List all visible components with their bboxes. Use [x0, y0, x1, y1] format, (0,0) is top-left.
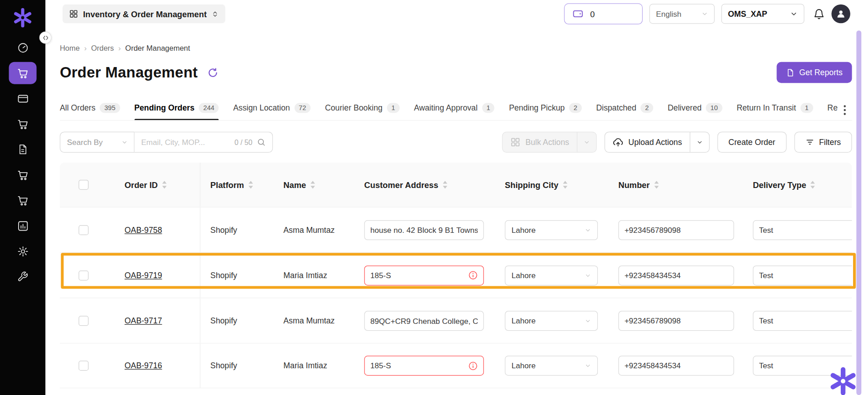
tab[interactable]: Pending Pickup 2	[509, 100, 582, 120]
language-value: English	[656, 10, 681, 19]
breadcrumb-home[interactable]: Home	[60, 44, 80, 53]
tab[interactable]: Return In Transit 1	[737, 100, 813, 120]
create-order-button[interactable]: Create Order	[718, 132, 786, 153]
tab[interactable]: Assign Location 72	[233, 100, 311, 120]
customer-address-input[interactable]	[370, 361, 465, 371]
chevron-down-icon	[585, 317, 592, 324]
delivery-type-input[interactable]	[753, 265, 852, 285]
row-checkbox[interactable]	[78, 316, 88, 326]
sort-icon[interactable]	[442, 181, 447, 188]
scrollbar-thumb[interactable]	[856, 30, 861, 395]
bulk-actions-button: Bulk Actions	[502, 132, 597, 153]
delivery-type-input[interactable]	[753, 311, 852, 331]
header-delivery-type[interactable]: Delivery Type	[743, 163, 852, 207]
bulk-actions-main[interactable]: Bulk Actions	[503, 132, 577, 152]
tab[interactable]: Delivered 10	[668, 100, 722, 120]
search-input[interactable]	[141, 138, 230, 147]
tab-count-badge: 2	[569, 103, 582, 113]
notifications-button[interactable]	[813, 8, 825, 20]
analytics-chart-icon	[17, 220, 29, 231]
customer-address-input[interactable]	[370, 226, 478, 235]
sort-icon[interactable]	[562, 181, 567, 188]
tab[interactable]: All Orders 395	[60, 100, 120, 120]
upload-actions-caret[interactable]	[690, 132, 709, 152]
shipping-city-select[interactable]: Lahore	[505, 265, 598, 285]
number-input[interactable]	[618, 356, 734, 376]
delivery-type-cell	[743, 253, 852, 298]
wallet-widget[interactable]: 0	[564, 3, 643, 24]
breadcrumb-orders[interactable]: Orders	[91, 44, 114, 53]
header-name[interactable]: Name	[273, 163, 354, 207]
sidebar-item-purchases[interactable]	[9, 113, 37, 135]
row-checkbox[interactable]	[78, 270, 88, 280]
tabs-overflow-button[interactable]	[838, 100, 852, 120]
sidebar-item-settings[interactable]	[9, 240, 37, 262]
tenant-select[interactable]: OMS_XAP	[721, 4, 804, 24]
header-number[interactable]: Number	[608, 163, 743, 207]
customer-address-cell	[354, 253, 495, 298]
sidebar-item-tools[interactable]	[9, 265, 37, 288]
order-id-link[interactable]: OAB-9758	[125, 226, 162, 235]
refresh-button[interactable]	[208, 67, 218, 77]
sidebar-item-shipments[interactable]	[9, 189, 37, 212]
app-switcher-label: Inventory & Order Management	[83, 9, 207, 19]
row-select-cell	[60, 298, 115, 343]
header-platform[interactable]: Platform	[200, 163, 273, 207]
sidebar-item-payments[interactable]	[9, 87, 37, 110]
name-cell: Maria Imtiaz	[273, 343, 354, 388]
sidebar-item-analytics[interactable]	[9, 215, 37, 237]
number-input[interactable]	[618, 311, 734, 331]
collapse-horizontal-icon	[42, 34, 48, 40]
tabs: All Orders 395 Pending Orders 244 Assign…	[60, 100, 838, 120]
search-by-select[interactable]: Search By	[60, 132, 135, 153]
sort-icon[interactable]	[310, 181, 315, 188]
order-id-link[interactable]: OAB-9716	[125, 361, 162, 371]
upload-actions-main[interactable]: Upload Actions	[605, 132, 690, 152]
number-input[interactable]	[618, 220, 734, 240]
number-input[interactable]	[618, 265, 734, 285]
tab[interactable]: Returned C	[827, 100, 837, 120]
get-reports-button[interactable]: Get Reports	[776, 62, 852, 83]
app-logo[interactable]	[10, 5, 36, 31]
header-shipping-city[interactable]: Shipping City	[495, 163, 608, 207]
sort-icon[interactable]	[162, 181, 167, 188]
sidebar-item-orders[interactable]	[9, 62, 37, 84]
app-switcher[interactable]: Inventory & Order Management	[63, 5, 226, 24]
order-id-link[interactable]: OAB-9717	[125, 316, 162, 325]
search-button[interactable]	[257, 138, 266, 147]
tab[interactable]: Dispatched 2	[596, 100, 653, 120]
bulk-actions-caret[interactable]	[577, 132, 596, 152]
platform-cell: Shopify	[200, 207, 273, 252]
row-select-cell	[60, 343, 115, 388]
tab-label: Return In Transit	[737, 103, 796, 112]
shipping-city-select[interactable]: Lahore	[505, 356, 598, 376]
order-id-link[interactable]: OAB-9719	[125, 271, 162, 280]
shipping-city-cell: Lahore	[495, 298, 608, 343]
shipping-city-select[interactable]: Lahore	[505, 220, 598, 240]
tab[interactable]: Awaiting Approval 1	[414, 100, 495, 120]
sort-icon[interactable]	[810, 181, 815, 188]
filters-button[interactable]: Filters	[794, 132, 852, 153]
sidebar-collapse-button[interactable]	[39, 32, 52, 44]
sidebar-item-dashboard[interactable]	[9, 37, 37, 59]
sidebar-item-sales[interactable]	[9, 164, 37, 186]
row-checkbox[interactable]	[78, 361, 88, 371]
row-checkbox[interactable]	[78, 225, 88, 235]
tab-label: Pending Orders	[134, 103, 194, 112]
delivery-type-input[interactable]	[753, 220, 852, 240]
header-order-id[interactable]: Order ID	[115, 163, 200, 207]
tab[interactable]: Courier Booking 1	[325, 100, 399, 120]
customer-address-cell	[354, 343, 495, 388]
breadcrumb-separator: ›	[84, 44, 87, 53]
header-customer-address[interactable]: Customer Address	[354, 163, 495, 207]
select-all-checkbox[interactable]	[78, 180, 88, 190]
customer-address-input[interactable]	[370, 316, 478, 325]
sort-icon[interactable]	[248, 181, 253, 188]
customer-address-input[interactable]	[370, 271, 465, 280]
sidebar-item-documents[interactable]	[9, 138, 37, 160]
tab[interactable]: Pending Orders 244	[134, 100, 219, 120]
language-select[interactable]: English	[650, 4, 715, 24]
sort-icon[interactable]	[654, 181, 659, 188]
user-avatar[interactable]	[831, 5, 850, 24]
shipping-city-select[interactable]: Lahore	[505, 311, 598, 331]
